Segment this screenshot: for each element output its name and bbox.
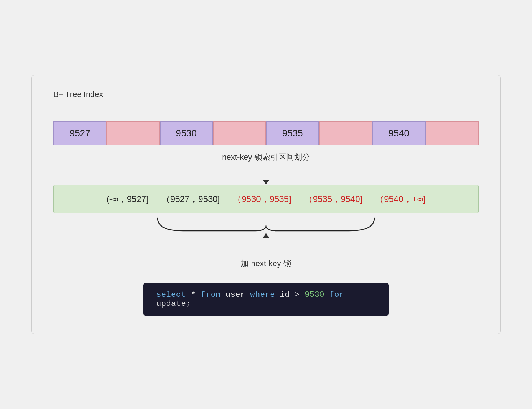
sql-select: select [156, 290, 186, 299]
up-arrow-line [266, 241, 266, 253]
down-arrow-line [266, 166, 266, 180]
btree-cell-0: 9527 [53, 121, 106, 145]
down-to-sql-line [266, 269, 266, 278]
brace-section: 加 next-key 锁 [53, 213, 479, 278]
diagram-title: B+ Tree Index [53, 90, 479, 99]
sql-where: where [250, 290, 275, 299]
btree-cell-7 [426, 121, 479, 145]
down-arrow-head [263, 180, 269, 185]
interval-box: (-∞，9527] （9527，9530] （9530，9535] （9535，… [53, 185, 479, 213]
btree-cell-1 [106, 121, 160, 145]
sql-star: * [191, 290, 201, 299]
btree-cell-5 [319, 121, 372, 145]
sql-wrapper: select * from user where id > 9530 for u… [53, 278, 479, 316]
up-arrow-head [263, 233, 269, 238]
interval-0: (-∞，9527] [100, 193, 155, 205]
btree-cell-2: 9530 [160, 121, 213, 145]
btree-cell-3 [213, 121, 266, 145]
sql-value: 9530 [305, 290, 324, 299]
sql-update: update; [156, 299, 191, 308]
btree-cell-4: 9535 [266, 121, 319, 145]
interval-3: （9535，9540] [298, 193, 369, 205]
sql-condition: id > [280, 290, 305, 299]
interval-2: （9530，9535] [226, 193, 297, 205]
btree-cell-6: 9540 [372, 121, 426, 145]
down-arrow-section: next-key 锁索引区间划分 [53, 145, 479, 185]
brace-label: 加 next-key 锁 [241, 258, 291, 269]
sql-text: select * from user where id > 9530 for u… [156, 290, 344, 308]
diagram-container: B+ Tree Index 9527 9530 9535 9540 next-k… [31, 75, 501, 334]
sql-from: from [201, 290, 221, 299]
interval-1: （9527，9530] [155, 193, 226, 205]
btree-row: 9527 9530 9535 9540 [53, 121, 479, 145]
brace-svg [154, 215, 378, 233]
sql-block: select * from user where id > 9530 for u… [143, 283, 389, 316]
sql-table: user [226, 290, 250, 299]
next-key-label: next-key 锁索引区间划分 [222, 152, 310, 163]
sql-for: for [330, 290, 344, 299]
interval-4: （9540，+∞] [369, 193, 432, 205]
